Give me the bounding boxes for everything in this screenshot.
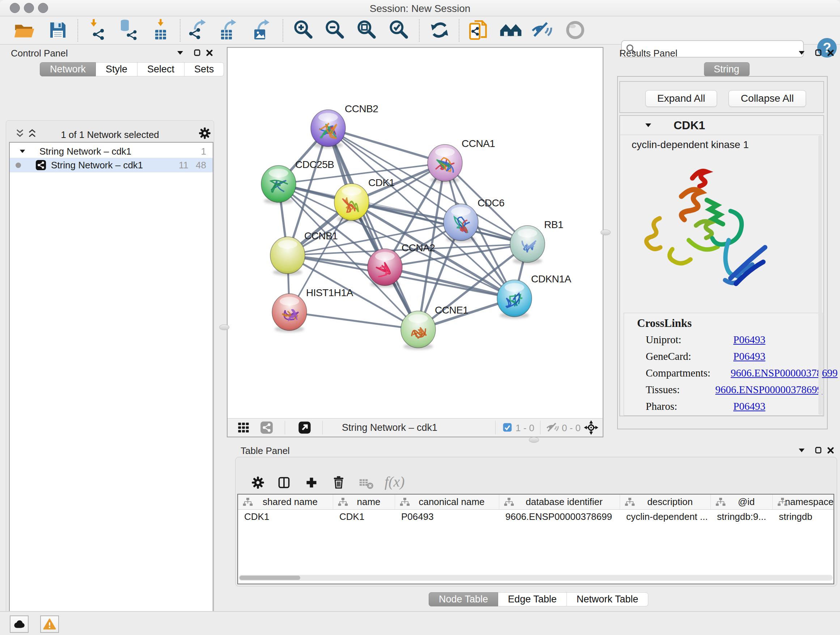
tab-string[interactable]: String [704,62,750,76]
crosslinks-heading: CrossLinks [624,313,822,331]
table-cell[interactable]: CDK1 [238,510,333,524]
string-home-icon[interactable] [500,19,523,42]
column-header-canonical-name[interactable]: canonical name [395,494,499,510]
collection-expander-icon[interactable] [19,147,27,155]
toolbar-separator [283,19,283,42]
column-header-database-identifier[interactable]: database identifier [499,494,620,510]
selected-nodes-checkbox-icon[interactable] [502,423,512,432]
panel-close-icon[interactable] [826,49,835,57]
table-cell[interactable]: stringdb [773,510,834,524]
import-network-from-database-icon[interactable] [117,19,140,42]
table-cell[interactable]: cyclin-dependent ... [620,510,711,524]
cloud-button[interactable] [10,616,28,633]
show-columns-icon[interactable] [278,476,291,489]
protein-card-header[interactable]: CDK1 [620,116,823,135]
open-view-icon[interactable] [298,421,311,434]
crosslink-link[interactable]: 9606.ENSP00000378699 [715,384,822,396]
network-node-CCNA1[interactable]: CCNA1 [428,138,495,183]
node-label: CDC25B [295,159,334,170]
tab-sets[interactable]: Sets [185,62,224,76]
panel-float-icon[interactable] [814,49,823,57]
network-row[interactable]: String Network – cdk1 11 48 [10,158,213,172]
gray-orb-icon[interactable] [564,19,587,42]
node-label: CDC6 [477,197,504,209]
column-header-description[interactable]: description [620,494,711,510]
tab-network-table[interactable]: Network Table [567,592,649,606]
status-bar: Memory [0,611,840,635]
table-options-gear-icon[interactable] [251,476,264,489]
tab-edge-table[interactable]: Edge Table [498,592,567,606]
panel-collapse-icon[interactable] [797,446,806,455]
network-node-CCNB2[interactable]: CCNB2 [311,103,378,149]
table-cell[interactable]: CDK1 [333,510,395,524]
tab-style[interactable]: Style [96,62,137,76]
open-session-icon[interactable] [14,19,37,42]
zoom-fit-icon[interactable] [355,19,379,42]
network-options-gear-icon[interactable] [199,127,211,139]
crosslinks-rows: Uniprot:P06493GeneCard:P06493Compartment… [624,331,822,415]
tab-node-table[interactable]: Node Table [429,592,498,606]
export-network-icon[interactable] [187,19,210,42]
panel-close-icon[interactable] [205,49,214,57]
open-in-string-icon[interactable] [467,19,491,42]
crosslink-link[interactable]: P06493 [733,350,766,363]
panel-float-icon[interactable] [193,49,202,57]
column-header-name[interactable]: name [333,494,395,510]
table-cell[interactable]: stringdb:9... [711,510,773,524]
zoom-out-icon[interactable] [324,19,347,42]
column-header--id[interactable]: @id [711,494,773,510]
export-image-icon[interactable] [250,19,273,42]
right-splitter-handle[interactable] [600,230,611,235]
table-row[interactable]: CDK1CDK1P064939606.ENSP00000378699cyclin… [238,510,834,524]
title-bar: Session: New Session [0,0,840,16]
crosslink-row: Tissues:9606.ENSP00000378699 [624,381,822,398]
network-edge-count: 48 [196,160,206,171]
network-canvas[interactable]: CCNB2CCNA1CDC25BCDK1CDC6RB1CCNB1CCNA2CDK… [227,48,603,419]
refresh-icon[interactable] [428,19,451,42]
protein-name: CDK1 [674,119,705,132]
create-column-plus-icon[interactable] [305,476,318,489]
network-share-icon[interactable] [260,421,273,434]
delete-table-icon[interactable] [358,477,374,490]
table-scrollbar-thumb[interactable] [240,576,300,580]
zoom-selected-icon[interactable] [388,19,411,42]
crosslink-link[interactable]: P06493 [733,334,766,346]
network-node-RB1[interactable]: RB1 [510,219,563,264]
bottom-splitter-handle[interactable] [529,437,539,443]
birds-eye-view-icon[interactable] [584,420,599,435]
panel-collapse-icon[interactable] [797,49,806,57]
tab-select[interactable]: Select [137,62,185,76]
results-scrollbar[interactable] [818,135,822,415]
column-type-icon [242,497,253,507]
collapse-all-button[interactable]: Collapse All [729,90,806,107]
table-horizontal-scrollbar[interactable] [239,575,833,581]
tab-network[interactable]: Network [40,62,96,76]
column-header-namespace[interactable]: namespace [773,494,834,510]
expand-all-button[interactable]: Expand All [645,90,717,107]
panel-float-icon[interactable] [814,446,823,455]
network-node-HIST1H1A[interactable]: HIST1H1A [272,287,354,333]
hide-glass-effects-icon[interactable] [531,19,554,42]
delete-column-trash-icon[interactable] [332,475,346,489]
hidden-eye-slash-icon[interactable] [546,422,559,433]
column-header-shared-name[interactable]: shared name [238,494,333,510]
warnings-button[interactable] [40,616,59,633]
panel-close-icon[interactable] [826,446,835,455]
export-table-icon[interactable] [218,19,241,42]
network-edges[interactable] [279,128,527,329]
network-collection-row[interactable]: String Network – cdk1 1 [10,145,213,158]
import-network-from-file-icon[interactable] [86,19,109,42]
table-cell[interactable]: 9606.ENSP00000378699 [499,510,620,524]
network-node-CDKN1A[interactable]: CDKN1A [497,273,571,318]
protein-expander-icon[interactable] [644,121,653,130]
function-builder-icon[interactable]: f(x) [385,473,405,490]
crosslink-link[interactable]: P06493 [733,401,766,412]
collection-label: String Network – cdk1 [39,146,131,157]
import-table-from-file-icon[interactable] [150,19,173,42]
save-session-icon[interactable] [46,19,69,42]
panel-collapse-icon[interactable] [176,49,185,57]
grid-view-icon[interactable] [237,421,250,434]
table-cell[interactable]: P06493 [395,510,499,524]
left-splitter-handle[interactable] [219,325,229,330]
zoom-in-icon[interactable] [292,19,316,42]
